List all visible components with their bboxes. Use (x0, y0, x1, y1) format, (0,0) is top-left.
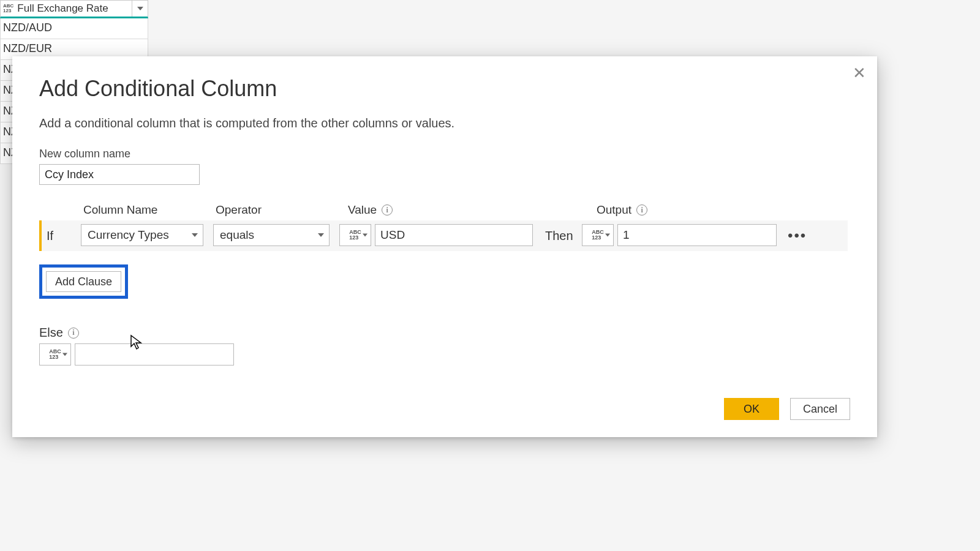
abc123-icon: ABC 123 (349, 230, 361, 241)
info-icon[interactable]: i (382, 204, 393, 216)
table-row[interactable]: NZD/AUD (0, 18, 148, 39)
column-header-text: Full Exchange Rate (17, 2, 108, 15)
add-clause-highlight: Add Clause (39, 264, 128, 299)
else-label-text: Else (39, 326, 63, 340)
abc123-icon: ABC 123 (49, 349, 61, 360)
header-output: Output (597, 203, 631, 217)
clause-headers: Column Name Operator Value i Output i (39, 203, 850, 217)
close-icon[interactable]: ✕ (853, 65, 866, 81)
info-icon[interactable]: i (636, 204, 647, 216)
output-input[interactable] (617, 224, 777, 246)
dialog-subtitle: Add a conditional column that is compute… (39, 116, 850, 130)
if-label: If (44, 224, 81, 247)
new-column-name-input[interactable] (39, 164, 200, 185)
new-column-name-label: New column name (39, 148, 850, 160)
info-icon[interactable]: i (68, 328, 79, 339)
cancel-button[interactable]: Cancel (790, 398, 850, 420)
add-clause-button[interactable]: Add Clause (46, 271, 121, 292)
then-label: Then (545, 224, 582, 247)
ok-button[interactable]: OK (724, 398, 779, 420)
clause-row: If Currency Types equals ABC 123 Then AB… (39, 220, 848, 251)
chevron-down-icon (192, 233, 198, 237)
header-value: Value (348, 203, 377, 217)
header-column-name: Column Name (83, 203, 216, 217)
output-type-dropdown[interactable]: ABC 123 (582, 224, 614, 246)
dialog-title: Add Conditional Column (39, 76, 850, 102)
value-type-dropdown[interactable]: ABC 123 (339, 224, 371, 246)
else-type-dropdown[interactable]: ABC 123 (39, 343, 71, 365)
chevron-down-icon (137, 7, 143, 10)
dialog-footer: OK Cancel (724, 398, 850, 420)
abc123-icon: ABC 123 (592, 230, 604, 241)
column-name-dropdown[interactable]: Currency Types (81, 224, 203, 246)
operator-dropdown[interactable]: equals (213, 224, 330, 246)
column-header[interactable]: ABC 123 Full Exchange Rate (0, 0, 148, 18)
chevron-down-icon (318, 233, 324, 237)
header-operator: Operator (216, 203, 348, 217)
add-conditional-column-dialog: ✕ Add Conditional Column Add a condition… (12, 56, 877, 437)
more-options-icon[interactable]: ••• (788, 224, 807, 247)
chevron-down-icon (62, 353, 67, 356)
value-input[interactable] (375, 224, 533, 246)
column-filter-dropdown[interactable] (132, 1, 148, 17)
else-input[interactable] (75, 343, 234, 365)
column-type-icon: ABC 123 (3, 4, 13, 13)
chevron-down-icon (605, 234, 610, 237)
else-section: Else i ABC 123 (39, 326, 850, 365)
chevron-down-icon (363, 234, 368, 237)
